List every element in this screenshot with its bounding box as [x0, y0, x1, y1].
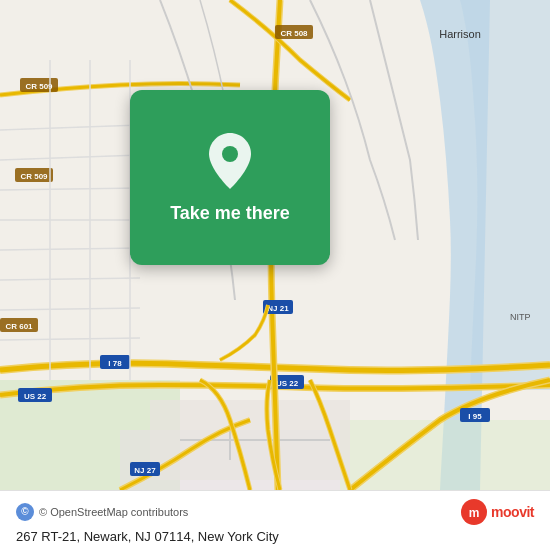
take-me-there-card[interactable]: Take me there — [130, 90, 330, 265]
attribution-text: © OpenStreetMap contributors — [39, 506, 188, 518]
svg-text:NJ 21: NJ 21 — [267, 304, 289, 313]
svg-text:I 78: I 78 — [108, 359, 122, 368]
svg-text:CR 601: CR 601 — [5, 322, 33, 331]
svg-text:CR 509: CR 509 — [20, 172, 48, 181]
svg-text:I 95: I 95 — [468, 412, 482, 421]
svg-text:US 22: US 22 — [276, 379, 299, 388]
take-me-there-label: Take me there — [170, 203, 290, 224]
bottom-row-attribution: ©© OpenStreetMap contributors m moovit — [16, 498, 534, 526]
bottom-bar: ©© OpenStreetMap contributors m moovit 2… — [0, 490, 550, 550]
map-container: I 78 US 22 NJ 21 I 95 NJ 27 CR 509 CR 50… — [0, 0, 550, 490]
address-text: 267 RT-21, Newark, NJ 07114, New York Ci… — [16, 529, 279, 544]
moovit-logo: m moovit — [460, 498, 534, 526]
osm-logo: © — [16, 503, 34, 521]
moovit-icon: m — [460, 498, 488, 526]
svg-text:NITP: NITP — [510, 312, 531, 322]
svg-text:US 22: US 22 — [24, 392, 47, 401]
svg-text:CR 509: CR 509 — [25, 82, 53, 91]
svg-text:CR 508: CR 508 — [280, 29, 308, 38]
svg-text:Harrison: Harrison — [439, 28, 481, 40]
svg-point-38 — [222, 146, 238, 162]
location-pin-icon — [205, 131, 255, 191]
moovit-brand-text: moovit — [491, 504, 534, 520]
svg-text:m: m — [469, 506, 480, 520]
svg-rect-2 — [340, 420, 550, 490]
svg-text:NJ 27: NJ 27 — [134, 466, 156, 475]
